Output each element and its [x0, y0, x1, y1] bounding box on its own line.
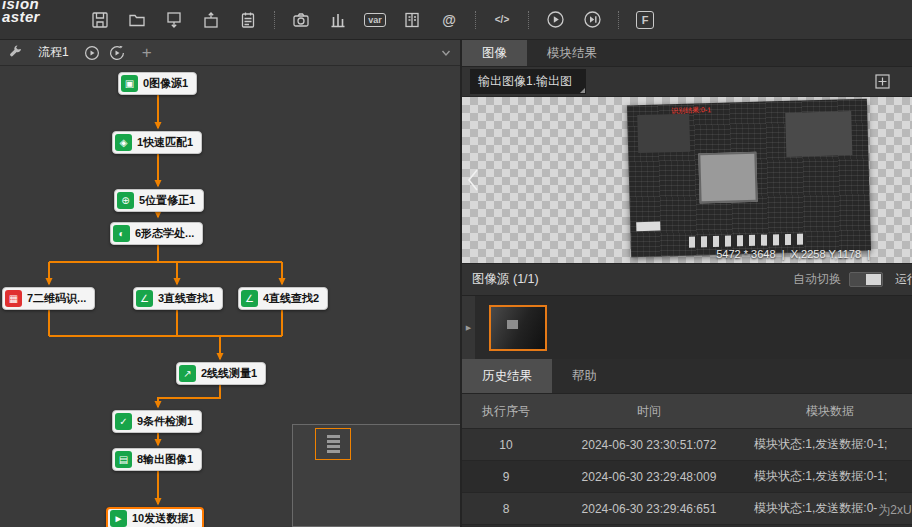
run-icon[interactable]: [541, 6, 569, 34]
histogram-icon[interactable]: [324, 6, 352, 34]
tab-image[interactable]: 图像: [462, 40, 527, 66]
table-row[interactable]: 10 2024-06-30 23:30:51:072 模块状态:1,发送数据:0…: [462, 429, 912, 461]
import-icon[interactable]: [197, 6, 225, 34]
communication-icon[interactable]: @: [435, 6, 463, 34]
export-icon[interactable]: [160, 6, 188, 34]
minimap-node: [327, 450, 340, 453]
visionmaster-app: ision aster var @: [0, 0, 912, 527]
logo-line2: aster: [2, 10, 40, 23]
node-label: 7二维码识...: [27, 291, 86, 306]
log-icon[interactable]: [398, 6, 426, 34]
node-label: 2线线测量1: [201, 366, 257, 381]
morphology-icon: ◐: [113, 225, 130, 242]
image-status-text: 5472 * 3648 | X,2258 Y,1178 |: [716, 248, 870, 260]
barcode-icon: ▦: [5, 290, 22, 307]
flow-node-line-find-2[interactable]: ∠ 4直线查找2: [238, 287, 328, 310]
fast-match-icon: ◈: [115, 134, 132, 151]
position-fix-icon: ⊕: [117, 192, 134, 209]
module-data-text: 模块状态:1,发送数据:0-: [754, 500, 877, 517]
code-icon[interactable]: </>: [488, 6, 516, 34]
flow-node-output-image[interactable]: ▤ 8输出图像1: [112, 448, 202, 471]
flow-node-condition-check[interactable]: ✓ 9条件检测1: [112, 410, 202, 433]
tab-module-result[interactable]: 模块结果: [527, 40, 617, 66]
variable-icon[interactable]: var: [361, 6, 389, 34]
image-panel: 图像 模块结果 输出图像1.输出图 识别结果: [462, 40, 912, 527]
pcb-chip: [698, 152, 757, 204]
flow-node-morphology[interactable]: ◐ 6形态学处...: [110, 222, 203, 245]
flow-header: 流程1 +: [0, 40, 460, 66]
pcb-connector: [636, 221, 660, 231]
window-icon-label: F: [636, 11, 654, 29]
flow-tab[interactable]: 流程1: [32, 42, 75, 63]
node-label: 8输出图像1: [137, 452, 193, 467]
add-flow-button[interactable]: +: [142, 44, 152, 61]
pcb-connector-strip: [689, 233, 807, 247]
flow-canvas[interactable]: ▣ 0图像源1 ◈ 1快速匹配1 ⊕ 5位置修正1 ◐ 6形态学处... ▦: [0, 66, 460, 527]
flow-node-fast-match[interactable]: ◈ 1快速匹配1: [112, 131, 202, 154]
flow-node-line-find-1[interactable]: ∠ 3直线查找1: [133, 287, 223, 310]
run-label: 运行: [895, 271, 912, 288]
minimap-viewport[interactable]: [315, 428, 351, 460]
window-icon[interactable]: F: [631, 6, 659, 34]
cell-module-data: 模块状态:1,发送数据:0-1;: [748, 436, 912, 453]
expand-thumbnails-icon[interactable]: ▶: [462, 296, 475, 359]
toolbar-separator: [274, 11, 275, 29]
pcb-region: [637, 114, 690, 153]
toggle-knob: [866, 274, 881, 285]
flow-node-barcode[interactable]: ▦ 7二维码识...: [2, 287, 95, 310]
top-toolbar: ision aster var @: [0, 0, 912, 40]
app-logo: ision aster: [2, 0, 40, 23]
history-results-table: 执行序号 时间 模块数据 10 2024-06-30 23:30:51:072 …: [462, 394, 912, 527]
image-source-dropdown[interactable]: 输出图像1.输出图: [470, 69, 586, 94]
camera-icon[interactable]: [287, 6, 315, 34]
chevron-left-icon[interactable]: [467, 169, 479, 191]
tab-history-results[interactable]: 历史结果: [462, 359, 552, 393]
node-label: 5位置修正1: [139, 193, 195, 208]
cell-sequence: 9: [462, 470, 550, 484]
flow-node-image-source[interactable]: ▣ 0图像源1: [118, 72, 197, 95]
image-result-tabs: 图像 模块结果: [462, 40, 912, 67]
table-row[interactable]: 8 2024-06-30 23:29:46:651 模块状态:1,发送数据:0-…: [462, 493, 912, 525]
header-module-data: 模块数据: [748, 403, 912, 420]
minimap-node: [327, 440, 340, 443]
node-label: 9条件检测1: [137, 414, 193, 429]
thumbnail-strip: ▶: [462, 295, 912, 359]
recognition-annotation: 识别结果:0-1: [671, 105, 711, 116]
wrench-icon[interactable]: [8, 45, 23, 60]
node-label: 6形态学处...: [135, 226, 194, 241]
table-header-row: 执行序号 时间 模块数据: [462, 394, 912, 429]
header-time: 时间: [550, 403, 748, 420]
table-row[interactable]: 9 2024-06-30 23:29:48:009 模块状态:1,发送数据:0-…: [462, 461, 912, 493]
watermark: 为2xUM20DIn01: [878, 502, 912, 517]
main-area: 流程1 +: [0, 40, 912, 527]
pcb-image: 识别结果:0-1: [627, 99, 871, 258]
toolbar-separator: [528, 11, 529, 29]
image-thumbnail[interactable]: [489, 305, 547, 351]
flow-node-send-data[interactable]: ► 10发送数据1: [106, 507, 204, 527]
step-run-icon[interactable]: [578, 6, 606, 34]
flow-node-position-fix[interactable]: ⊕ 5位置修正1: [114, 189, 204, 212]
auto-switch-toggle[interactable]: [849, 272, 883, 287]
toolbar-separator: [618, 11, 619, 29]
save-icon[interactable]: [86, 6, 114, 34]
toolbar-separator: [475, 11, 476, 29]
flow-minimap[interactable]: [292, 424, 460, 527]
cell-time: 2024-06-30 23:29:46:651: [550, 502, 748, 516]
node-label: 1快速匹配1: [137, 135, 193, 150]
fit-view-icon[interactable]: [875, 74, 890, 89]
cell-module-data: 模块状态:1,发送数据:0-1;: [748, 468, 912, 485]
flow-node-line-measure[interactable]: ↗ 2线线测量1: [176, 362, 266, 385]
image-viewer[interactable]: 识别结果:0-1 5472 * 3648 | X,2258 Y,1178 |: [462, 97, 912, 263]
node-label: 4直线查找2: [263, 291, 319, 306]
continuous-run-icon[interactable]: [109, 45, 125, 61]
header-sequence: 执行序号: [462, 403, 550, 420]
minimap-node: [327, 445, 340, 448]
notebook-icon[interactable]: [234, 6, 262, 34]
run-flow-icon[interactable]: [84, 45, 100, 61]
open-folder-icon[interactable]: [123, 6, 151, 34]
line-find-icon: ∠: [241, 290, 258, 307]
tab-help[interactable]: 帮助: [552, 359, 617, 393]
chevron-down-icon[interactable]: [440, 47, 452, 59]
condition-check-icon: ✓: [115, 413, 132, 430]
image-source-label: 图像源 (1/1): [472, 271, 539, 288]
